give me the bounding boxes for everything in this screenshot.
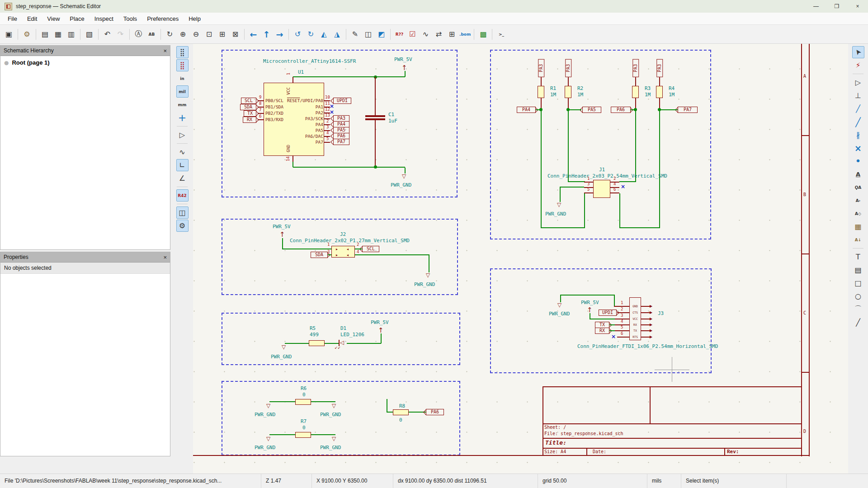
resistor-ref[interactable]: R4: [669, 85, 675, 91]
menu-item-view[interactable]: View: [42, 14, 65, 24]
crosshair-cursor-icon[interactable]: +: [176, 112, 189, 124]
gnd-net-name[interactable]: PWR_GND: [255, 445, 275, 450]
pin[interactable]: [617, 337, 629, 338]
net-label-pa6[interactable]: PA6: [611, 107, 631, 113]
pin[interactable]: [635, 77, 636, 86]
net-label-pa3[interactable]: PA3: [538, 59, 544, 77]
j3-lib-name[interactable]: Conn_PinHeader_FTDI_1x06_P2.54mm_Horizon…: [577, 343, 718, 349]
undo-icon[interactable]: ↶: [101, 28, 113, 40]
circle-icon[interactable]: ○: [852, 290, 864, 302]
schematic-setup-icon[interactable]: ⚙: [21, 28, 33, 40]
pin[interactable]: [324, 142, 330, 143]
wire[interactable]: [387, 399, 387, 413]
import-sheet-pin-icon[interactable]: A↓: [852, 234, 864, 246]
wire[interactable]: [614, 295, 615, 307]
net-label-pa7[interactable]: PA7: [333, 139, 349, 145]
add-sheet-icon[interactable]: ▦: [852, 221, 864, 233]
resistor-ref[interactable]: R1: [550, 85, 556, 91]
resistor-ref[interactable]: R2: [577, 85, 583, 91]
gnd-net-name[interactable]: PWR_GND: [414, 282, 435, 287]
wire[interactable]: [584, 193, 585, 228]
pin[interactable]: [292, 77, 293, 83]
gnd-net-name[interactable]: PWR_GND: [320, 445, 341, 450]
units-mil-icon[interactable]: mil: [176, 85, 189, 98]
net-label-sda[interactable]: SDA: [311, 252, 328, 258]
pin[interactable]: [292, 156, 293, 162]
wire[interactable]: [293, 167, 405, 168]
close-icon[interactable]: ×: [163, 254, 167, 261]
wire[interactable]: [269, 434, 295, 435]
wire[interactable]: [282, 238, 283, 249]
print-icon[interactable]: ▦: [52, 28, 64, 40]
net-label-updi[interactable]: UPDI: [599, 310, 617, 316]
net-label-pa4[interactable]: PA4: [517, 107, 536, 113]
paste-icon[interactable]: ▧: [83, 28, 95, 40]
find-replace-icon[interactable]: AB: [146, 28, 158, 40]
wire[interactable]: [568, 109, 581, 110]
no-connect-flag[interactable]: ×: [621, 184, 625, 189]
bus-entry-icon[interactable]: ∦: [852, 129, 864, 141]
units-mm-icon[interactable]: mm: [176, 99, 189, 111]
menu-item-help[interactable]: Help: [184, 14, 206, 24]
hierarchy-navigator-icon[interactable]: ◫: [176, 206, 189, 219]
mcu-ref[interactable]: U1: [298, 69, 304, 75]
net-label-icon[interactable]: A: [852, 168, 864, 180]
junction-icon[interactable]: •: [852, 155, 864, 167]
wire[interactable]: [590, 319, 615, 319]
wire[interactable]: [429, 254, 429, 272]
add-bus-icon[interactable]: ╱: [852, 116, 864, 128]
net-label-rx[interactable]: RX: [595, 328, 609, 334]
group-box-pullups[interactable]: [490, 50, 711, 239]
menu-item-preferences[interactable]: Preferences: [142, 14, 184, 24]
net-label-pa6[interactable]: PA6: [333, 133, 349, 139]
minimize-button[interactable]: —: [806, 0, 826, 13]
net-label-rx[interactable]: RX: [243, 117, 256, 123]
pin[interactable]: [641, 319, 650, 319]
j1-ref[interactable]: J1: [599, 167, 605, 173]
bom-icon[interactable]: .bom: [459, 28, 471, 40]
find-icon[interactable]: Ⓐ: [132, 28, 145, 40]
redo-icon[interactable]: ↷: [114, 28, 127, 40]
gnd-symbol[interactable]: ▽: [402, 174, 406, 179]
properties-manager-icon[interactable]: ⚙: [176, 220, 189, 232]
assign-footprints-icon[interactable]: ⇄: [433, 28, 445, 40]
gnd-net-name[interactable]: PWR_GND: [391, 182, 411, 188]
line-icon[interactable]: ╱: [852, 316, 864, 328]
power-arrow-icon[interactable]: ↑: [587, 307, 593, 314]
resistor-ref[interactable]: R5: [310, 325, 316, 331]
gnd-symbol[interactable]: ▽: [557, 302, 561, 308]
resistor-ref[interactable]: R7: [301, 418, 307, 424]
wire[interactable]: [635, 110, 636, 182]
resistor-r5[interactable]: [309, 340, 325, 346]
wire-45-icon[interactable]: ∠: [176, 172, 189, 184]
menu-item-edit[interactable]: Edit: [22, 14, 42, 24]
wire[interactable]: [568, 181, 585, 182]
resistor-r8[interactable]: [393, 409, 409, 415]
net-label-updi[interactable]: UPDI: [333, 98, 351, 104]
close-button[interactable]: ×: [847, 0, 868, 13]
zoom-fit-icon[interactable]: ⊡: [203, 28, 215, 40]
power-net-name[interactable]: PWR_5V: [394, 56, 412, 62]
gnd-symbol[interactable]: ▽: [332, 436, 336, 441]
pin[interactable]: [641, 330, 650, 331]
pin[interactable]: [641, 306, 650, 307]
mcu-lib-name[interactable]: Microcontroller_ATtiny1614-SSFR: [263, 58, 356, 64]
resistor-r2[interactable]: [565, 86, 571, 98]
nav-up-icon[interactable]: ↑: [260, 28, 273, 40]
pin[interactable]: [617, 312, 629, 313]
net-label-pa3[interactable]: PA3: [565, 59, 571, 77]
arc-icon[interactable]: ⌒: [852, 303, 864, 315]
menu-item-place[interactable]: Place: [65, 14, 90, 24]
text-box-icon[interactable]: ▤: [852, 264, 864, 276]
power-arrow-icon[interactable]: ↑: [279, 231, 285, 238]
grid-icon[interactable]: ⣿: [176, 46, 189, 58]
wire[interactable]: [659, 110, 660, 228]
group-box-ftdi[interactable]: [490, 268, 712, 373]
rotate-ccw-icon[interactable]: ↺: [292, 28, 304, 40]
net-label-pa4[interactable]: PA4: [333, 121, 349, 127]
resistor-ref[interactable]: R6: [301, 385, 307, 391]
wire[interactable]: [387, 412, 393, 413]
add-power-icon[interactable]: ⊥: [852, 89, 864, 102]
gnd-symbol[interactable]: ▽: [282, 344, 286, 350]
capacitor-plate[interactable]: [365, 115, 385, 117]
